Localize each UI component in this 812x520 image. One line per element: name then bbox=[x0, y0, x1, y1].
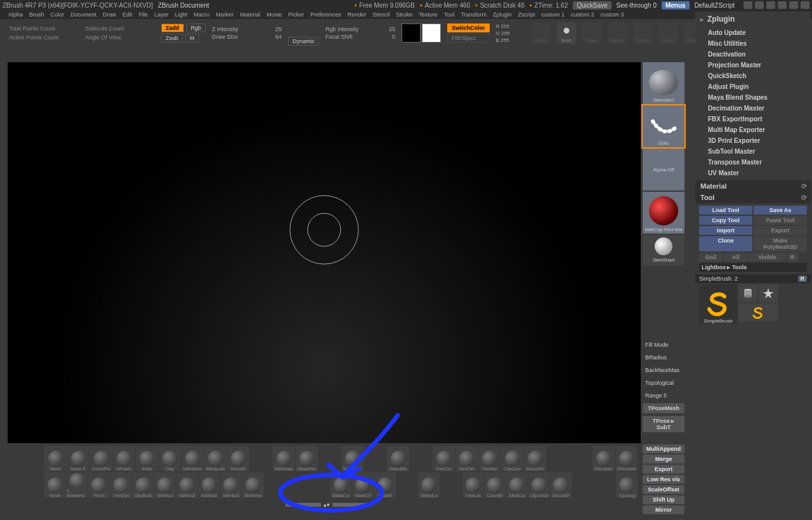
multiappend-button[interactable]: MultiAppend bbox=[643, 444, 684, 453]
menu-item[interactable]: Draw bbox=[101, 11, 118, 18]
menu-item[interactable]: Texture bbox=[417, 11, 440, 18]
texture-thumb[interactable]: SkinShad bbox=[643, 235, 684, 265]
brush-maskr[interactable]: MaskR bbox=[374, 472, 396, 498]
brush-inflat[interactable]: Inflat bbox=[136, 446, 158, 471]
tposesubt-button[interactable]: TPose ▸ SubT bbox=[643, 416, 684, 432]
rgb-toggle[interactable]: Rgb bbox=[187, 23, 206, 32]
menu-item[interactable]: Layer bbox=[152, 11, 171, 18]
brush-smooth[interactable]: Smooth bbox=[227, 446, 249, 471]
brush-pinch[interactable]: Pinch bbox=[88, 472, 110, 498]
brush-mahrive[interactable]: MAHrive bbox=[242, 472, 264, 498]
copytool-button[interactable]: Copy Tool bbox=[699, 216, 752, 225]
saveas-button[interactable]: Save As bbox=[754, 206, 807, 215]
menu-item[interactable]: File bbox=[137, 11, 150, 18]
tool-thumb-cylinder[interactable] bbox=[738, 284, 757, 302]
menu-item[interactable]: Zscript bbox=[516, 11, 537, 18]
lightbox-tools[interactable]: Lightbox ▸ Tools bbox=[699, 263, 807, 272]
grad-button[interactable]: Grad bbox=[532, 22, 551, 44]
export-button[interactable]: Export bbox=[754, 226, 807, 235]
menu-item[interactable]: Macro bbox=[192, 11, 211, 18]
menu-item[interactable]: Tool bbox=[442, 11, 457, 18]
brush-trimcirc[interactable]: TrimCirc bbox=[455, 446, 478, 471]
zintensity-value[interactable]: 25 bbox=[275, 26, 282, 32]
makepoly-button[interactable]: Make PolyMesh3D bbox=[754, 236, 807, 251]
brush-zmodeler[interactable]: ZModeler bbox=[593, 446, 615, 471]
export-button[interactable]: Export bbox=[643, 465, 684, 474]
tray-slider-right[interactable] bbox=[332, 503, 368, 507]
alpha-thumb[interactable]: Alpha Off bbox=[643, 149, 684, 190]
lowresvis-button[interactable]: Low Res vis bbox=[643, 475, 684, 484]
tool-thumb-polymesh[interactable] bbox=[759, 284, 778, 302]
dynamic-toggle[interactable]: Dynamic bbox=[288, 37, 319, 46]
rgbintensity-value[interactable]: 25 bbox=[389, 26, 395, 32]
menu-item[interactable]: custom 1 bbox=[540, 11, 567, 18]
tray-slider-left[interactable] bbox=[285, 503, 321, 507]
material-header[interactable]: Material⟳ bbox=[695, 180, 811, 192]
backfacemask-label[interactable]: BackfaceMas bbox=[643, 365, 684, 375]
cycle-icon[interactable]: ⟳ bbox=[801, 182, 807, 190]
zplugin-item[interactable]: Decimation Master bbox=[708, 105, 811, 112]
menu-item[interactable]: Marker bbox=[214, 11, 235, 18]
tool-header[interactable]: Tool⟳ bbox=[695, 192, 811, 203]
brush-clipcurv[interactable]: ClipCurv bbox=[501, 446, 523, 471]
syswin-2[interactable] bbox=[755, 1, 764, 9]
brush-maskpen[interactable]: MaskPen bbox=[296, 446, 318, 471]
brush-mahcut[interactable]: MAHcut bbox=[220, 472, 242, 498]
topological-label[interactable]: Topological bbox=[643, 378, 684, 388]
menu-item[interactable]: custom 2 bbox=[569, 11, 596, 18]
zplugin-item[interactable]: Deactivation bbox=[708, 51, 811, 58]
menu-item[interactable]: Light bbox=[173, 11, 190, 18]
quicksave-button[interactable]: QuickSave bbox=[573, 1, 611, 10]
minimize-icon[interactable] bbox=[778, 1, 787, 9]
maximize-icon[interactable] bbox=[789, 1, 798, 9]
brush-curvepin[interactable]: CurvePin bbox=[90, 446, 112, 471]
zadd-toggle[interactable]: Zadd bbox=[161, 23, 184, 32]
r-value[interactable]: R 255 bbox=[496, 23, 525, 29]
persp-button[interactable]: Persp bbox=[608, 22, 627, 44]
goz-button[interactable]: GoZ bbox=[699, 253, 723, 262]
brush-trimcur[interactable]: TrimCur bbox=[433, 446, 455, 471]
tposemesh-button[interactable]: TPoseMesh bbox=[643, 403, 684, 413]
zplugin-item[interactable]: QuickSketch bbox=[708, 72, 811, 79]
brush-t-snakeho[interactable]: T-SnakeHo bbox=[67, 472, 88, 498]
menu-item[interactable]: Render bbox=[346, 11, 369, 18]
menu-item[interactable]: Picker bbox=[286, 11, 306, 18]
menu-item[interactable]: custom 3 bbox=[599, 11, 626, 18]
brush-trimdyn[interactable]: TrimDyn bbox=[110, 472, 132, 498]
switchcolor-button[interactable]: SwitchColor bbox=[447, 23, 490, 32]
mirror-button[interactable]: Mirror bbox=[643, 505, 684, 514]
stroke-thumb[interactable]: Dots bbox=[643, 105, 684, 147]
tray-arrows-icon[interactable]: ▴▾ bbox=[324, 503, 330, 507]
fillobject-button[interactable]: FillObject bbox=[447, 34, 490, 43]
brush-clay[interactable]: Clay bbox=[159, 446, 181, 471]
brush-smoothf[interactable]: SmoothF bbox=[550, 472, 572, 498]
pastetool-button[interactable]: Paste Tool bbox=[754, 216, 807, 225]
menus-toggle[interactable]: Menus bbox=[662, 1, 690, 10]
menu-item[interactable]: Stencil bbox=[370, 11, 391, 18]
loadtool-button[interactable]: Load Tool bbox=[699, 206, 752, 215]
canvas[interactable] bbox=[8, 62, 641, 443]
brush-zremesh[interactable]: ZRemesh bbox=[615, 446, 638, 471]
brush-mahmas[interactable]: MAHmas bbox=[273, 446, 295, 471]
floor-button[interactable]: Floor bbox=[582, 22, 601, 44]
menu-item[interactable]: Stroke bbox=[394, 11, 414, 18]
brush-clipcircle[interactable]: ClipCircle bbox=[528, 472, 550, 498]
menu-item[interactable]: Preferences bbox=[308, 11, 343, 18]
range-label[interactable]: Range 5 bbox=[643, 390, 684, 401]
material-thumb[interactable]: MatCap Red Wa bbox=[643, 192, 684, 234]
close-icon[interactable] bbox=[801, 1, 809, 9]
zplugin-item[interactable]: Adjust Plugin bbox=[708, 83, 811, 90]
tool-thumb-simplebrush[interactable] bbox=[738, 303, 778, 321]
brush-trimrec[interactable]: TrimRec bbox=[478, 446, 501, 471]
lock-button[interactable]: Lock bbox=[658, 22, 678, 44]
brush-maskcur[interactable]: MaskCur bbox=[331, 472, 352, 498]
menu-item[interactable]: Alpha bbox=[6, 11, 25, 18]
scaleoffset-button[interactable]: ScaleOffset bbox=[643, 485, 684, 494]
solo-button[interactable]: Solo bbox=[557, 22, 576, 44]
brush-topology[interactable]: Topology bbox=[616, 472, 638, 498]
brush-mahcut[interactable]: MAHcut bbox=[154, 472, 176, 498]
focalshift-value[interactable]: 0 bbox=[392, 34, 395, 40]
tool-r[interactable]: R bbox=[798, 276, 808, 282]
brush-claybuilc[interactable]: ClayBuilc bbox=[133, 472, 154, 498]
zplugin-item[interactable]: UV Master bbox=[708, 170, 811, 177]
